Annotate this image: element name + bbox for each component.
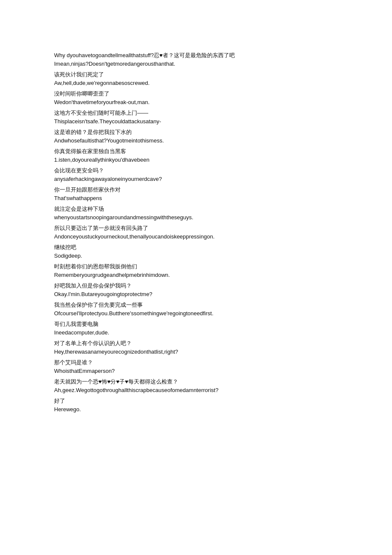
zh-line: 时刻想着你们的恩怨帮我扳倒他们 xyxy=(54,262,338,271)
zh-line: 所以只要迈出了第一步就没有回头路了 xyxy=(54,224,338,232)
en-line: Imean,ninjas?Doesn'tgetmoredangerousthan… xyxy=(54,60,338,68)
en-line: OfcourseI'llprotectyou.Butthere'ssomethi… xyxy=(54,309,338,318)
dialogue-block-17: 老天就因为一个恐♥怖♥分♥子♥每天都得这么检查？Ah,geez.Wegottog… xyxy=(54,378,338,394)
zh-line: 你一旦开始跟那些家伙作对 xyxy=(54,186,338,194)
zh-line: 你真觉得躲在家里独自当黑客 xyxy=(54,147,338,156)
en-line: whenyoustartsnoopingaroundandmessingwith… xyxy=(54,213,338,222)
en-line: Ah,geez.Wegottogothroughallthiscrapbecau… xyxy=(54,386,338,395)
zh-line: 该死伙计我们死定了 xyxy=(54,70,338,79)
en-line: WhoisthatEmmaperson? xyxy=(54,367,338,375)
dialogue-block-14: 哥们儿我需要电脑Ineedacomputer,dude. xyxy=(54,320,338,337)
en-line: Sodigdeep. xyxy=(54,252,338,260)
en-line: Ineedacomputer,dude. xyxy=(54,328,338,337)
dialogue-block-11: 时刻想着你们的恩怨帮我扳倒他们Rememberyourgrudgeandhelp… xyxy=(54,262,338,279)
dialogue-block-2: 没时间听你唧唧歪歪了Wedon'thavetimeforyourfreak-ou… xyxy=(54,90,338,106)
en-line: Hey,therewasanameyourecognizedonthatlist… xyxy=(54,348,338,356)
zh-line: 那个艾玛是谁？ xyxy=(54,358,338,367)
dialogue-block-12: 好吧我加入但是你会保护我吗？Okay.I'min.Butareyougoingt… xyxy=(54,282,338,298)
dialogue-block-15: 对了名单上有个你认识的人吧？Hey,therewasanameyourecogn… xyxy=(54,339,338,356)
zh-line: 没时间听你唧唧歪歪了 xyxy=(54,90,338,98)
dialogue-block-3: 这地方不安全他们随时可能杀上门——Thisplaceisn'tsafe.They… xyxy=(54,109,338,125)
dialogue-block-4: 这是谁的错？是你把我拉下水的Andwhosefaultisthat?Yougot… xyxy=(54,128,338,145)
dialogue-block-10: 继续挖吧Sodigdeep. xyxy=(54,243,338,260)
zh-line: 我当然会保护你了但先要完成一些事 xyxy=(54,301,338,309)
zh-line: 会比现在更安全吗？ xyxy=(54,166,338,175)
en-line: Wedon'thavetimeforyourfreak-out,man. xyxy=(54,98,338,107)
dialogue-block-18: 好了Herewego. xyxy=(54,397,338,413)
dialogue-block-6: 会比现在更安全吗？anysaferhackingawayaloneinyourn… xyxy=(54,166,338,183)
content-area: Why dyouhavetogoandtellmeallthatstuff?忍♥… xyxy=(54,51,338,413)
dialogue-block-9: 所以只要迈出了第一步就没有回头路了Andonceyoustuckyourneck… xyxy=(54,224,338,241)
en-line: anysaferhackingawayaloneinyournerdcave? xyxy=(54,175,338,183)
en-line: Rememberyourgrudgeandhelpmebrinhimdown. xyxy=(54,271,338,279)
en-line: Andonceyoustuckyourneckout,thenallyoucan… xyxy=(54,232,338,241)
en-line: 1.isten,doyoureallythinkyou'dhavebeen xyxy=(54,156,338,164)
zh-line: 这是谁的错？是你把我拉下水的 xyxy=(54,128,338,137)
en-line: Okay.I'min.Butareyougoingtoprotectme? xyxy=(54,290,338,299)
zh-line: 好了 xyxy=(54,397,338,405)
zh-line: 老天就因为一个恐♥怖♥分♥子♥每天都得这么检查？ xyxy=(54,378,338,386)
en-line: Aw,hell,dude,we'regonnabesoscrewed. xyxy=(54,79,338,87)
zh-line: Why dyouhavetogoandtellmeallthatstuff?忍♥… xyxy=(54,51,338,60)
en-line: Thisplaceisn'tsafe.Theycouldattackusatan… xyxy=(54,117,338,126)
zh-line: 哥们儿我需要电脑 xyxy=(54,320,338,328)
dialogue-block-8: 就注定会是这种下场whenyoustartsnoopingaroundandme… xyxy=(54,205,338,221)
dialogue-block-0: Why dyouhavetogoandtellmeallthatstuff?忍♥… xyxy=(54,51,338,68)
dialogue-block-16: 那个艾玛是谁？WhoisthatEmmaperson? xyxy=(54,358,338,375)
dialogue-block-5: 你真觉得躲在家里独自当黑客1.isten,doyoureallythinkyou… xyxy=(54,147,338,164)
zh-line: 这地方不安全他们随时可能杀上门—— xyxy=(54,109,338,117)
zh-line: 就注定会是这种下场 xyxy=(54,205,338,213)
dialogue-block-7: 你一旦开始跟那些家伙作对That'swhathappens xyxy=(54,186,338,202)
en-line: Herewego. xyxy=(54,405,338,414)
dialogue-block-13: 我当然会保护你了但先要完成一些事OfcourseI'llprotectyou.B… xyxy=(54,301,338,317)
dialogue-block-1: 该死伙计我们死定了Aw,hell,dude,we'regonnabesoscre… xyxy=(54,70,338,87)
zh-line: 继续挖吧 xyxy=(54,243,338,252)
zh-line: 对了名单上有个你认识的人吧？ xyxy=(54,339,338,348)
en-line: That'swhathappens xyxy=(54,194,338,203)
zh-line: 好吧我加入但是你会保护我吗？ xyxy=(54,282,338,290)
en-line: Andwhosefaultisthat?Yougotmeintothismess… xyxy=(54,137,338,145)
